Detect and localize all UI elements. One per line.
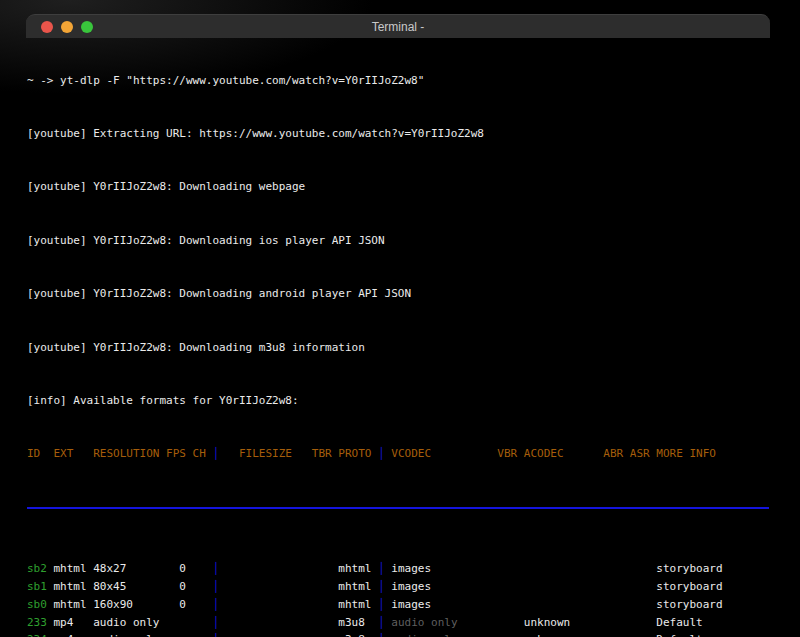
vcodec-cell: images — [391, 598, 477, 611]
gap — [517, 562, 524, 575]
vbr-cell — [484, 616, 517, 629]
window-title: Terminal - — [26, 20, 770, 34]
fps-cell: 0 — [166, 580, 186, 593]
log-line: [youtube] Y0rIIJoZ2w8: Downloading ios p… — [27, 232, 787, 250]
gap — [47, 562, 54, 575]
table-delimiter — [27, 507, 787, 525]
proto-cell: m3u8 — [338, 616, 371, 629]
log-line: [youtube] Extracting URL: https://www.yo… — [27, 125, 787, 143]
gap — [186, 447, 193, 460]
gap — [219, 580, 226, 593]
more_info-cell: MORE INFO — [656, 447, 716, 460]
command-text: yt-dlp -F "https://www.youtube.com/watch… — [60, 74, 424, 87]
ch-cell — [193, 616, 206, 629]
gap — [292, 580, 299, 593]
ext-cell: mp4 — [54, 616, 87, 629]
ext-cell: EXT — [54, 447, 87, 460]
gap — [47, 447, 54, 460]
log-line: [youtube] Y0rIIJoZ2w8: Downloading m3u8 … — [27, 339, 787, 357]
column-delimiter: │ — [378, 633, 385, 637]
id-cell: sb0 — [27, 598, 47, 611]
ext-cell: mhtml — [54, 562, 87, 575]
fps-cell: 0 — [166, 562, 186, 575]
resolution-cell: 160x90 — [93, 598, 159, 611]
id-cell: sb1 — [27, 580, 47, 593]
screen: Terminal - ~ ->yt-dlp -F "https://www.yo… — [0, 0, 800, 637]
tbr-cell — [299, 616, 332, 629]
gap — [590, 580, 597, 593]
gap — [623, 633, 630, 637]
acodec-cell — [524, 598, 590, 611]
id-cell: sb2 — [27, 562, 47, 575]
fps-cell — [166, 633, 186, 637]
window-titlebar[interactable]: Terminal - — [26, 14, 770, 38]
vbr-cell — [484, 633, 517, 637]
gap — [186, 598, 193, 611]
asr-cell — [630, 633, 650, 637]
asr-cell: ASR — [630, 447, 650, 460]
format-row-234: 234 mp4 audio only │ m3u8 │ audio only u… — [27, 631, 787, 637]
gap — [292, 562, 299, 575]
gap — [292, 633, 299, 637]
asr-cell — [630, 580, 650, 593]
filesize-cell — [226, 580, 292, 593]
more_info-cell: storyboard — [656, 562, 722, 575]
more_info-cell: storyboard — [656, 580, 722, 593]
abr-cell — [597, 580, 624, 593]
gap — [186, 616, 193, 629]
filesize-cell — [226, 562, 292, 575]
vcodec-cell: images — [391, 562, 477, 575]
abr-cell: ABR — [597, 447, 624, 460]
ext-cell: mp4 — [54, 633, 87, 637]
acodec-cell — [524, 562, 590, 575]
gap — [186, 580, 193, 593]
gap — [292, 447, 299, 460]
proto-cell: PROTO — [338, 447, 371, 460]
fps-cell: FPS — [166, 447, 186, 460]
ch-cell — [193, 580, 206, 593]
filesize-cell — [226, 633, 292, 637]
filesize-cell — [226, 598, 292, 611]
resolution-cell: 80x45 — [93, 580, 159, 593]
gap — [186, 562, 193, 575]
column-delimiter: │ — [378, 616, 385, 629]
gap — [292, 616, 299, 629]
id-cell: 234 — [27, 633, 47, 637]
id-cell: 233 — [27, 616, 47, 629]
fps-cell — [166, 616, 186, 629]
column-delimiter: │ — [378, 580, 385, 593]
ch-cell: CH — [193, 447, 206, 460]
gap — [186, 633, 193, 637]
proto-cell: mhtml — [338, 598, 371, 611]
format-table-body: sb2 mhtml 48x27 0 │ mhtml │ images story… — [27, 560, 787, 637]
gap — [590, 633, 597, 637]
gap — [47, 633, 54, 637]
gap — [47, 616, 54, 629]
acodec-cell: unknown — [524, 616, 590, 629]
proto-cell: mhtml — [338, 580, 371, 593]
terminal-screen[interactable]: ~ ->yt-dlp -F "https://www.youtube.com/w… — [27, 36, 787, 637]
resolution-cell: 48x27 — [93, 562, 159, 575]
format-row-233: 233 mp4 audio only │ m3u8 │ audio only u… — [27, 614, 787, 632]
resolution-cell: audio only — [93, 633, 159, 637]
vbr-cell: VBR — [484, 447, 517, 460]
gap — [590, 562, 597, 575]
tbr-cell — [299, 580, 332, 593]
gap — [517, 580, 524, 593]
gap — [219, 447, 226, 460]
vcodec-cell: audio only — [391, 633, 477, 637]
gap — [517, 633, 524, 637]
tbr-cell: TBR — [299, 447, 332, 460]
abr-cell — [597, 598, 624, 611]
more_info-cell: Default — [656, 616, 702, 629]
log-line: [youtube] Y0rIIJoZ2w8: Downloading webpa… — [27, 178, 787, 196]
resolution-cell: RESOLUTION — [93, 447, 159, 460]
gap — [517, 598, 524, 611]
delimiter-rule — [27, 507, 769, 509]
gap — [47, 598, 54, 611]
gap — [47, 580, 54, 593]
tbr-cell — [299, 598, 332, 611]
acodec-cell: ACODEC — [524, 447, 590, 460]
column-delimiter: │ — [378, 562, 385, 575]
acodec-cell: unknown — [524, 633, 590, 637]
